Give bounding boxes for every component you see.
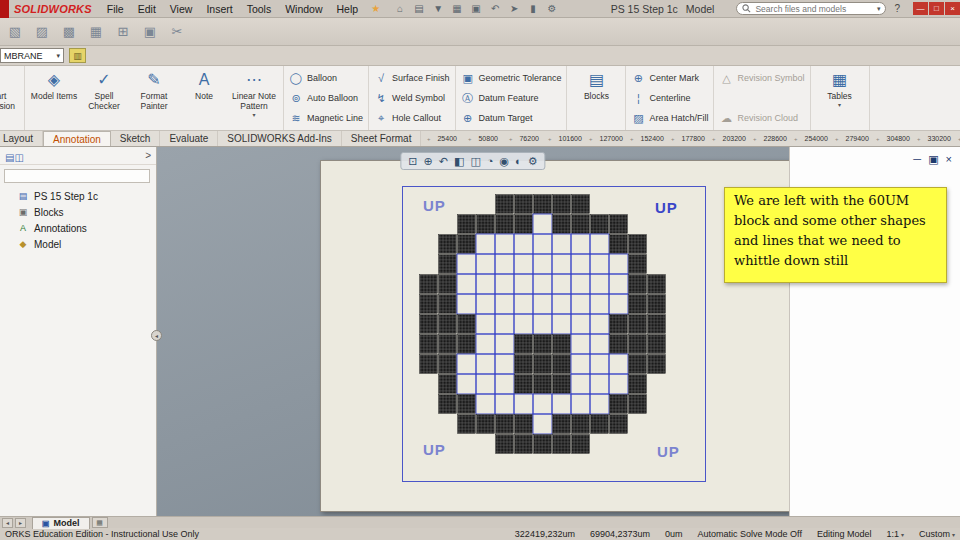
edit-appearance-icon[interactable]: ◐ [515, 155, 522, 167]
hole-callout-button[interactable]: ⌖Hole Callout [374, 109, 450, 127]
note-button[interactable]: ANote [179, 68, 229, 128]
undo-icon[interactable]: ↶ [487, 2, 503, 16]
dropdown-arrow-icon[interactable]: ▾ [252, 112, 255, 119]
linear-note-pattern-button[interactable]: ⋯Linear Note Pattern▾ [229, 68, 279, 128]
menu-insert[interactable]: Insert [199, 2, 239, 16]
tree-item-model[interactable]: ◆Model [2, 236, 154, 252]
menu-window[interactable]: Window [278, 2, 329, 16]
new-document-icon[interactable]: ▤ [411, 2, 427, 16]
scale-dropdown-arrow-icon[interactable]: ▾ [901, 532, 904, 538]
layer-color-icon[interactable]: ▥ [69, 48, 86, 63]
ruler-value: 25400 [421, 135, 462, 142]
tab-sketch[interactable]: Sketch [111, 131, 161, 146]
magnetic-line-button[interactable]: ≋Magnetic Line [289, 109, 363, 127]
add-sheet-tab[interactable]: ▦ [92, 517, 108, 528]
weld-symbol-button[interactable]: ↯Weld Symbol [374, 89, 450, 107]
tree-item-blocks[interactable]: ▣Blocks [2, 204, 154, 220]
save-icon[interactable]: ▦ [449, 2, 465, 16]
menu-edit[interactable]: Edit [131, 2, 163, 16]
search-dropdown-icon[interactable]: ▾ [877, 5, 881, 13]
menu-tools[interactable]: Tools [240, 2, 279, 16]
tab-sheet-format[interactable]: Sheet Format [342, 131, 422, 146]
view-tools-icon[interactable]: ⊞ [113, 22, 133, 42]
standard-views-icon[interactable]: ▣ [140, 22, 160, 42]
restore-doc-icon[interactable]: ▣ [928, 153, 938, 166]
blocks-icon: ▤ [589, 71, 604, 92]
search-box[interactable]: ▾ [736, 2, 886, 15]
tables-button[interactable]: ▦Tables▾ [815, 68, 865, 128]
balloon-button[interactable]: ◯Balloon [289, 69, 363, 87]
document-mode-label: Model [686, 3, 715, 15]
centerline-button[interactable]: ¦Centerline [631, 89, 708, 107]
zoom-to-area-icon[interactable]: ⊕ [424, 155, 433, 168]
close-doc-icon[interactable]: × [946, 153, 952, 166]
spell-checker-button-label: Spell Checker [79, 92, 129, 112]
zoom-fit-icon[interactable]: ⊡ [408, 155, 417, 168]
previous-view-icon[interactable]: ↶ [439, 155, 448, 168]
format-painter-button[interactable]: ✎Format Painter [129, 68, 179, 128]
display-manager-icon[interactable]: ◫ [14, 152, 23, 163]
mouse-gesture-icon[interactable]: ▮ [525, 2, 541, 16]
favorites-star-icon[interactable]: ★ [365, 3, 386, 14]
open-icon[interactable]: ▼ [430, 2, 446, 16]
panel-collapse-button[interactable]: ◂ [151, 330, 162, 341]
display-style-icon[interactable]: ◔ [487, 155, 494, 167]
editing-mode-label: Editing Model [817, 529, 872, 539]
auto-balloon-button[interactable]: ⊚Auto Balloon [289, 89, 363, 107]
tab-model[interactable]: ▣ Model [32, 517, 90, 529]
units-dropdown[interactable]: Custom▾ [919, 529, 955, 539]
area-hatch-fill-button[interactable]: ▨Area Hatch/Fill [631, 109, 708, 127]
minimize-button[interactable]: — [913, 2, 928, 15]
close-button[interactable]: × [945, 2, 960, 15]
color-display-mode-icon[interactable]: ▩ [59, 22, 79, 42]
next-sheet-icon[interactable]: ▸ [15, 518, 26, 528]
menu-view[interactable]: View [163, 2, 200, 16]
datum-target-button[interactable]: ⊕Datum Target [461, 109, 562, 127]
layer-combo-arrow-icon[interactable]: ▾ [56, 52, 60, 60]
surface-finish-button[interactable]: √Surface Finish [374, 69, 450, 87]
sketch-tools-icon[interactable]: ▦ [86, 22, 106, 42]
ruler-value: 279400 [831, 135, 872, 142]
spell-checker-button[interactable]: ✓Spell Checker [79, 68, 129, 128]
first-sheet-icon[interactable]: ◂ [2, 518, 13, 528]
tab-layout[interactable]: Layout [0, 131, 43, 146]
sheet-scale-dropdown[interactable]: 1:1▾ [886, 529, 904, 539]
layer-properties-icon[interactable]: ▧ [5, 22, 25, 42]
layer-combo[interactable]: MBRANE ▾ [0, 48, 64, 63]
tab-annotation[interactable]: Annotation [43, 131, 111, 146]
drawing-canvas[interactable]: ⊡⊕↶◧◫◔◉◐⚙ UPUPUPUP [157, 147, 789, 516]
datum-feature-button[interactable]: ⒶDatum Feature [461, 89, 562, 107]
wafer-svg[interactable] [419, 194, 666, 455]
select-cursor-icon[interactable]: ➤ [506, 2, 522, 16]
up-label-0: UP [423, 197, 446, 214]
blocks-button[interactable]: ▤Blocks [571, 68, 621, 128]
line-format-icon[interactable]: ▨ [32, 22, 52, 42]
menu-help[interactable]: Help [330, 2, 366, 16]
view-settings-icon[interactable]: ⚙ [528, 155, 538, 168]
model-items-button[interactable]: ◈Model Items [29, 68, 79, 128]
units-dropdown-arrow-icon[interactable]: ▾ [952, 532, 955, 538]
search-input[interactable] [755, 4, 872, 14]
tree-filter-box[interactable] [4, 169, 150, 183]
geometric-tolerance-button[interactable]: ▣Geometric Tolerance [461, 69, 562, 87]
print-icon[interactable]: ▣ [468, 2, 484, 16]
view-orientation-icon[interactable]: ◫ [470, 155, 480, 168]
tab-solidworks-add-ins[interactable]: SOLIDWORKS Add-Ins [218, 131, 341, 146]
tables-icon: ▦ [832, 71, 847, 92]
smart-dimension-button[interactable]: ⌀Smart Dimension [0, 68, 20, 128]
help-icon[interactable]: ? [894, 3, 900, 14]
options-gear-icon[interactable]: ⚙ [544, 2, 560, 16]
minimize-doc-icon[interactable]: ─ [913, 153, 921, 166]
panel-expand-chevron[interactable]: > [145, 150, 151, 161]
home-icon[interactable]: ⌂ [392, 2, 408, 16]
dropdown-arrow-icon[interactable]: ▾ [838, 102, 841, 109]
tree-item-annotations[interactable]: AAnnotations [2, 220, 154, 236]
maximize-button[interactable]: □ [929, 2, 944, 15]
center-mark-button[interactable]: ⊕Center Mark [631, 69, 708, 87]
tree-item-drawing[interactable]: ▤PS 15 Step 1c [2, 188, 154, 204]
tab-evaluate[interactable]: Evaluate [160, 131, 218, 146]
menu-file[interactable]: File [100, 2, 131, 16]
section-view-icon[interactable]: ◧ [454, 155, 464, 168]
annotation-tools-icon[interactable]: ✂ [167, 22, 187, 42]
hide-show-items-icon[interactable]: ◉ [499, 155, 509, 168]
